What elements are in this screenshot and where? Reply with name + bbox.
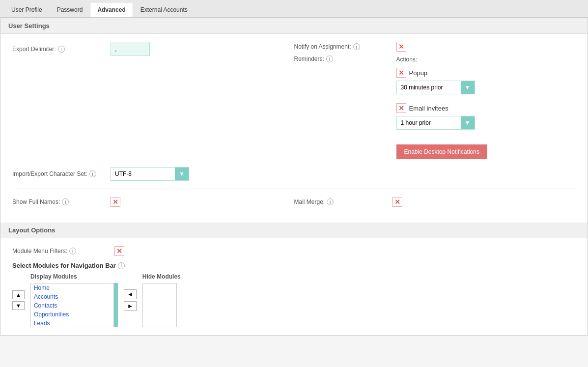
popup-label: Popup xyxy=(409,69,428,77)
mail-merge-col: Mail Merge: i ✕ xyxy=(294,197,576,207)
show-full-names-label: Show Full Names: i xyxy=(12,198,111,205)
tab-user-profile[interactable]: User Profile xyxy=(4,2,50,17)
notify-assignment-checkbox[interactable]: ✕ xyxy=(396,42,406,52)
export-delimiter-input[interactable] xyxy=(111,42,150,56)
transfer-buttons: ◄ ► xyxy=(124,289,137,311)
module-contacts[interactable]: Contacts xyxy=(31,301,113,310)
display-modules-list[interactable]: Home Accounts Contacts Opportunities Lea… xyxy=(30,283,114,327)
email-invitees-label: Email invitees xyxy=(409,105,448,112)
module-menu-filters-x: ✕ xyxy=(116,248,122,254)
tab-advanced[interactable]: Advanced xyxy=(90,2,133,17)
export-delimiter-left: Export Delimiter: i xyxy=(12,42,294,56)
popup-x: ✕ xyxy=(398,69,404,76)
hide-modules-list[interactable] xyxy=(142,283,177,327)
hide-modules-header: Hide Modules xyxy=(142,273,182,280)
user-settings-body: Export Delimiter: i Notify on Assignment… xyxy=(0,34,588,223)
move-down-button[interactable]: ▼ xyxy=(12,301,25,310)
module-accounts[interactable]: Accounts xyxy=(31,292,113,301)
up-down-buttons: ▲ ▼ xyxy=(12,290,25,310)
charset-info-icon[interactable]: i xyxy=(89,170,96,177)
popup-time-select[interactable]: 30 minutes prior 1 hour prior 2 hours pr… xyxy=(397,81,461,94)
notify-assignment-col: Notify on Assignment: i ✕ Reminders: i xyxy=(294,42,576,159)
move-right-button[interactable]: ► xyxy=(124,301,137,311)
mail-merge-info-icon[interactable]: i xyxy=(327,198,334,205)
export-delimiter-info-icon[interactable]: i xyxy=(58,46,65,53)
page-content: User Settings Export Delimiter: i Notify… xyxy=(0,18,588,336)
mail-merge-label: Mail Merge: i xyxy=(294,198,392,205)
layout-options-header: Layout Options xyxy=(0,223,588,238)
popup-reminder: ✕ Popup 30 minutes prior 1 hour prior 2 … xyxy=(396,68,487,94)
popup-checkbox[interactable]: ✕ xyxy=(396,68,406,78)
email-time-select[interactable]: 30 minutes prior 1 hour prior 2 hours pr… xyxy=(397,116,461,129)
notify-assignment-label: Notify on Assignment: i xyxy=(294,43,392,50)
move-up-button[interactable]: ▲ xyxy=(12,290,25,299)
show-full-names-info-icon[interactable]: i xyxy=(62,198,69,205)
email-time-select-wrap: 30 minutes prior 1 hour prior 2 hours pr… xyxy=(396,116,475,130)
charset-label: Import/Export Character Set: i xyxy=(12,170,111,177)
tab-password[interactable]: Password xyxy=(50,2,90,17)
module-menu-filters-info-icon[interactable]: i xyxy=(69,248,76,254)
nav-bar-label: Select Modules for Navigation Bar xyxy=(12,262,116,269)
charset-arrow[interactable]: ▼ xyxy=(175,168,189,180)
user-settings-header: User Settings xyxy=(0,18,588,34)
module-menu-filters-row: Module Menu Filters: i ✕ xyxy=(12,246,576,256)
email-invitees-checkbox[interactable]: ✕ xyxy=(396,103,406,113)
module-opportunities[interactable]: Opportunities xyxy=(31,310,113,319)
nav-modules-section: Select Modules for Navigation Bar i ▲ ▼ … xyxy=(12,262,576,327)
hide-modules-col: Hide Modules xyxy=(142,273,182,327)
email-time-arrow[interactable]: ▼ xyxy=(461,116,475,129)
email-invitees-reminder: ✕ Email invitees 30 minutes prior 1 hour… xyxy=(396,103,487,130)
charset-left: Import/Export Character Set: i UTF-8 UTF… xyxy=(12,167,294,181)
nav-bar-info-icon[interactable]: i xyxy=(118,262,125,269)
email-invitees-x: ✕ xyxy=(398,105,404,112)
module-menu-filters-checkbox[interactable]: ✕ xyxy=(114,246,124,256)
actions-label: Actions: xyxy=(396,56,418,63)
notify-assignment-x: ✕ xyxy=(398,43,404,50)
reminders-info-icon[interactable]: i xyxy=(326,56,333,62)
show-full-names-left: Show Full Names: i ✕ xyxy=(12,197,294,207)
display-modules-header: Display Modules xyxy=(30,273,118,280)
module-menu-filters-label: Module Menu Filters: i xyxy=(12,248,111,254)
tabs-bar: User Profile Password Advanced External … xyxy=(0,0,588,18)
tab-external-accounts[interactable]: External Accounts xyxy=(133,2,195,17)
display-modules-scrollbar[interactable] xyxy=(114,283,118,327)
mail-merge-checkbox[interactable]: ✕ xyxy=(392,197,402,207)
module-home[interactable]: Home xyxy=(31,283,113,292)
enable-desktop-notifications-button[interactable]: Enable Desktop Notifications xyxy=(396,144,487,159)
notify-assignment-info-icon[interactable]: i xyxy=(353,43,360,50)
reminders-label: Reminders: i xyxy=(294,56,392,62)
charset-select[interactable]: UTF-8 UTF-16 ISO-8859-1 xyxy=(111,168,175,180)
charset-select-wrap: UTF-8 UTF-16 ISO-8859-1 ▼ xyxy=(111,167,189,181)
popup-time-select-wrap: 30 minutes prior 1 hour prior 2 hours pr… xyxy=(396,81,475,94)
layout-options-body: Module Menu Filters: i ✕ Select Modules … xyxy=(0,238,588,335)
move-left-button[interactable]: ◄ xyxy=(124,289,137,299)
module-leads[interactable]: Leads xyxy=(31,319,113,327)
show-full-names-checkbox[interactable]: ✕ xyxy=(111,197,120,207)
show-full-names-x: ✕ xyxy=(112,198,118,205)
display-modules-list-wrap: Home Accounts Contacts Opportunities Lea… xyxy=(30,283,118,327)
display-modules-col: Display Modules Home Accounts Contacts O… xyxy=(30,273,118,327)
charset-row: Import/Export Character Set: i UTF-8 UTF… xyxy=(12,167,576,181)
modules-columns: ▲ ▼ Display Modules Home Accounts Contac… xyxy=(12,273,576,327)
popup-time-arrow[interactable]: ▼ xyxy=(461,81,475,94)
show-full-names-row: Show Full Names: i ✕ Mail Merge: i ✕ xyxy=(12,197,576,207)
divider-1 xyxy=(12,189,576,189)
export-delimiter-label: Export Delimiter: i xyxy=(12,46,111,53)
mail-merge-x: ✕ xyxy=(394,198,400,205)
export-delimiter-row: Export Delimiter: i Notify on Assignment… xyxy=(12,42,576,159)
